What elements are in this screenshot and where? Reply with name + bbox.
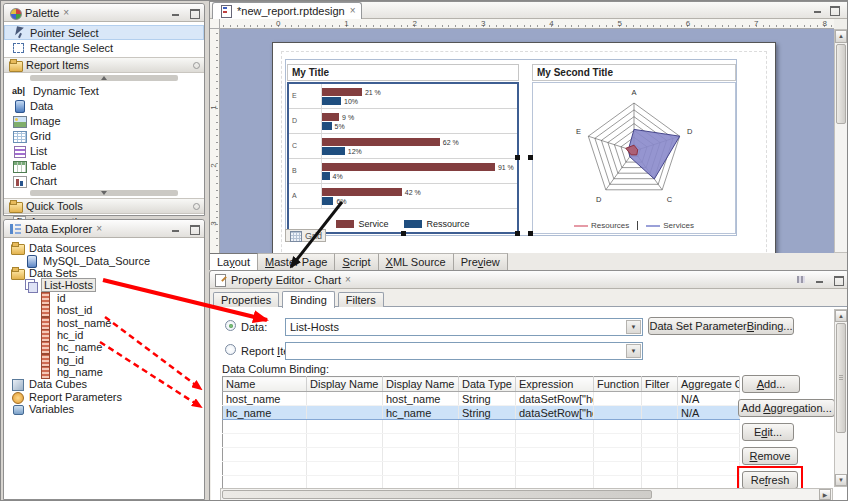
remove-button[interactable]: Remove — [742, 447, 798, 465]
refresh-button[interactable]: Refresh — [742, 471, 798, 489]
radar-chart-title[interactable]: My Second Title — [532, 64, 736, 81]
column-header-display-name-id[interactable]: Display Name ID — [307, 377, 383, 392]
tree-item-report-parameters[interactable]: Report Parameters — [4, 391, 204, 403]
data-column-binding-table[interactable]: NameDisplay Name IDDisplay NameData Type… — [222, 376, 740, 490]
close-icon[interactable] — [345, 275, 351, 285]
tab-script[interactable]: Script — [335, 253, 378, 270]
maximize-icon[interactable] — [828, 5, 840, 15]
data-radio[interactable] — [225, 320, 236, 331]
scrollbar-thumb[interactable] — [836, 323, 846, 433]
column-header-expression[interactable]: Expression — [516, 377, 594, 392]
scroll-right-icon[interactable]: ▶ — [819, 489, 831, 500]
maximize-icon[interactable] — [832, 275, 844, 285]
table-row[interactable]: hc_namehc_nameStringdataSetRow["hc...N/A — [223, 406, 740, 420]
selection-handle[interactable] — [528, 231, 533, 236]
data-set-parameter-binding-button[interactable]: Data Set Parameter Binding... — [648, 317, 794, 335]
scrollbar-thumb[interactable] — [836, 44, 846, 124]
tree-item-hc-name[interactable]: hc_name — [4, 341, 204, 353]
tab-properties[interactable]: Properties — [213, 292, 279, 308]
editor-canvas[interactable]: My Title E21 %10%D9 %5%C62 %12%B91 %4%A4… — [220, 29, 834, 253]
tree-item-hg-name[interactable]: hg_name — [4, 366, 204, 378]
maximize-icon[interactable] — [188, 224, 200, 234]
table-empty-row[interactable] — [223, 462, 740, 476]
report-item-radio[interactable] — [225, 344, 236, 355]
table-cell — [594, 448, 642, 462]
maximize-icon[interactable] — [188, 8, 200, 18]
chevron-down-icon[interactable] — [626, 320, 641, 334]
palette-item-image[interactable]: Image — [4, 113, 204, 128]
column-header-name[interactable]: Name — [223, 377, 307, 392]
tree-item-data-cubes[interactable]: Data Cubes — [4, 378, 204, 390]
table-empty-row[interactable] — [223, 434, 740, 448]
minimize-icon[interactable] — [170, 224, 182, 234]
edit-button[interactable]: Edit... — [742, 423, 794, 441]
tree-item-mysql-data-source[interactable]: MySQL_Data_Source — [4, 254, 204, 266]
bar-chart-title[interactable]: My Title — [287, 64, 519, 81]
tree-item-hc-id[interactable]: hc_id — [4, 329, 204, 341]
tree-item-host-name[interactable]: host_name — [4, 316, 204, 328]
section-pin-icon[interactable] — [193, 203, 200, 210]
palette-item-table[interactable]: Table — [4, 158, 204, 173]
minimize-icon[interactable] — [170, 8, 182, 18]
column-header-data-type[interactable]: Data Type — [459, 377, 516, 392]
palette-item-pointer-select[interactable]: Pointer Select — [4, 25, 204, 40]
editor-vertical-scrollbar[interactable]: ▲ — [834, 29, 848, 253]
scroll-down-icon[interactable]: ▼ — [835, 474, 847, 486]
tab-master-page[interactable]: Master Page — [258, 253, 335, 270]
scroll-up-icon[interactable]: ▲ — [835, 30, 847, 43]
add-aggregation-button[interactable]: Add Aggregation... — [738, 399, 835, 417]
palette-item-chart[interactable]: Chart — [4, 173, 204, 188]
table-empty-row[interactable] — [223, 448, 740, 462]
palette-item-grid[interactable]: Grid — [4, 128, 204, 143]
section-pin-icon[interactable] — [193, 62, 200, 69]
section-report-items[interactable]: Report Items — [4, 57, 204, 73]
palette-scroll-up[interactable] — [30, 75, 178, 81]
radar-chart[interactable]: ADCDEResourcesServices — [532, 82, 736, 234]
column-header-display-name[interactable]: Display Name — [383, 377, 459, 392]
palette-item-data[interactable]: Data — [4, 98, 204, 113]
selection-handle[interactable] — [515, 155, 520, 160]
column-header-filter[interactable]: Filter — [642, 377, 678, 392]
tab-filters[interactable]: Filters — [338, 292, 384, 308]
selection-handle[interactable] — [401, 231, 406, 236]
property-horizontal-scrollbar[interactable]: ▶ — [220, 488, 833, 501]
minimize-icon[interactable] — [812, 5, 824, 15]
view-menu-icon[interactable] — [796, 275, 808, 285]
tab-xml-source[interactable]: XML Source — [379, 253, 454, 270]
tab-preview[interactable]: Preview — [454, 253, 508, 270]
tree-item-data-sources[interactable]: Data Sources — [4, 242, 204, 254]
tab-layout[interactable]: Layout — [210, 253, 258, 270]
tree-item-host-id[interactable]: host_id — [4, 304, 204, 316]
add-button[interactable]: Add... — [742, 375, 800, 393]
selection-handle[interactable] — [515, 231, 520, 236]
tree-item-id[interactable]: id — [4, 292, 204, 304]
minimize-icon[interactable] — [814, 275, 826, 285]
table-row[interactable]: host_namehost_nameStringdataSetRow["ho..… — [223, 392, 740, 406]
grid-tag[interactable]: Grid — [285, 229, 326, 242]
scroll-up-icon[interactable]: ▲ — [835, 310, 847, 322]
palette-item-rectangle-select[interactable]: Rectangle Select — [4, 40, 204, 55]
data-set-dropdown[interactable]: List-Hosts — [285, 318, 643, 336]
chevron-down-icon[interactable] — [626, 344, 641, 358]
section-quick-tools[interactable]: Quick Tools — [4, 198, 204, 214]
close-icon[interactable] — [63, 8, 69, 18]
tab-binding[interactable]: Binding — [282, 291, 335, 308]
palette-item-dynamic-text[interactable]: Dynamic Text — [4, 83, 204, 98]
palette-scroll-down[interactable] — [30, 190, 178, 196]
editor-tab[interactable]: *new_report.rptdesign — [212, 2, 362, 19]
scrollbar-thumb[interactable] — [222, 490, 652, 499]
palette-item-list[interactable]: List — [4, 143, 204, 158]
close-icon[interactable] — [96, 224, 102, 234]
column-header-aggregate-on[interactable]: Aggregate On — [678, 377, 740, 392]
property-vertical-scrollbar[interactable]: ▲ ▼ — [834, 309, 848, 487]
column-header-function[interactable]: Function — [594, 377, 642, 392]
tree-item-data-sets[interactable]: Data Sets — [4, 267, 204, 279]
bar-chart[interactable]: E21 %10%D9 %5%C62 %12%B91 %4%A42 %6%Serv… — [287, 82, 519, 234]
table-empty-row[interactable] — [223, 420, 740, 434]
selection-handle[interactable] — [528, 155, 533, 160]
tree-item-list-hosts[interactable]: List-Hosts — [4, 279, 204, 291]
tree-item-hg-id[interactable]: hg_id — [4, 354, 204, 366]
tree-item-variables[interactable]: Variables — [4, 403, 204, 415]
report-item-dropdown[interactable] — [285, 342, 643, 360]
close-icon[interactable] — [350, 6, 356, 16]
